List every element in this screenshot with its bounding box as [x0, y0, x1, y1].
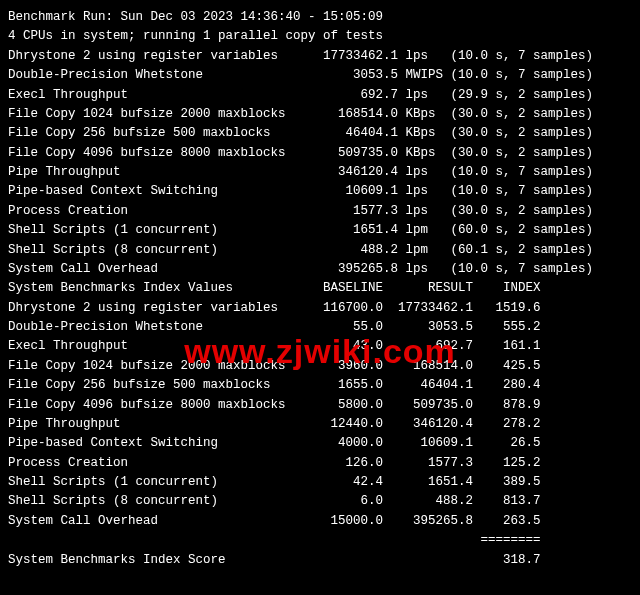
line: Execl Throughput 692.7 lps (29.9 s, 2 sa…	[8, 86, 632, 105]
line: Double-Precision Whetstone 3053.5 MWIPS …	[8, 66, 632, 85]
line: File Copy 256 bufsize 500 maxblocks 4640…	[8, 124, 632, 143]
line: Pipe-based Context Switching 4000.0 1060…	[8, 434, 632, 453]
line: Shell Scripts (1 concurrent) 42.4 1651.4…	[8, 473, 632, 492]
line: System Benchmarks Index Values BASELINE …	[8, 279, 632, 298]
line: Pipe Throughput 12440.0 346120.4 278.2	[8, 415, 632, 434]
line: Dhrystone 2 using register variables 116…	[8, 299, 632, 318]
line: System Call Overhead 15000.0 395265.8 26…	[8, 512, 632, 531]
line: System Benchmarks Index Score 318.7	[8, 551, 632, 570]
line: File Copy 4096 bufsize 8000 maxblocks 50…	[8, 144, 632, 163]
line: Shell Scripts (8 concurrent) 488.2 lpm (…	[8, 241, 632, 260]
line: ========	[8, 531, 632, 550]
line: Shell Scripts (8 concurrent) 6.0 488.2 8…	[8, 492, 632, 511]
line: System Call Overhead 395265.8 lps (10.0 …	[8, 260, 632, 279]
line: Process Creation 1577.3 lps (30.0 s, 2 s…	[8, 202, 632, 221]
line: File Copy 4096 bufsize 8000 maxblocks 58…	[8, 396, 632, 415]
line: File Copy 256 bufsize 500 maxblocks 1655…	[8, 376, 632, 395]
line: Shell Scripts (1 concurrent) 1651.4 lpm …	[8, 221, 632, 240]
line: 4 CPUs in system; running 1 parallel cop…	[8, 27, 632, 46]
line: Dhrystone 2 using register variables 177…	[8, 47, 632, 66]
line: Execl Throughput 43.0 692.7 161.1	[8, 337, 632, 356]
line: Process Creation 126.0 1577.3 125.2	[8, 454, 632, 473]
line: Benchmark Run: Sun Dec 03 2023 14:36:40 …	[8, 8, 632, 27]
line: File Copy 1024 bufsize 2000 maxblocks 16…	[8, 105, 632, 124]
line: Pipe-based Context Switching 10609.1 lps…	[8, 182, 632, 201]
terminal-output: Benchmark Run: Sun Dec 03 2023 14:36:40 …	[8, 8, 632, 570]
line: Pipe Throughput 346120.4 lps (10.0 s, 7 …	[8, 163, 632, 182]
line: Double-Precision Whetstone 55.0 3053.5 5…	[8, 318, 632, 337]
line: File Copy 1024 bufsize 2000 maxblocks 39…	[8, 357, 632, 376]
